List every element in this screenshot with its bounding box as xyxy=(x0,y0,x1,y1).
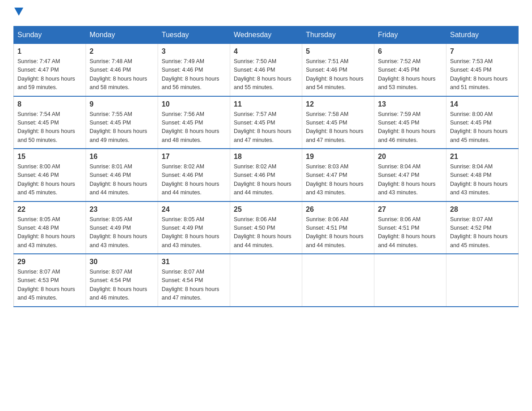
day-cell: 30Sunrise: 8:07 AMSunset: 4:54 PMDayligh… xyxy=(86,254,158,307)
day-cell: 16Sunrise: 8:01 AMSunset: 4:46 PMDayligh… xyxy=(86,149,158,201)
day-info: Sunrise: 8:07 AMSunset: 4:52 PMDaylight:… xyxy=(450,215,515,250)
day-number: 17 xyxy=(162,153,226,161)
calendar-body: 1Sunrise: 7:47 AMSunset: 4:47 PMDaylight… xyxy=(14,44,519,307)
day-info: Sunrise: 7:47 AMSunset: 4:47 PMDaylight:… xyxy=(17,57,82,92)
day-number: 25 xyxy=(234,206,298,214)
day-number: 9 xyxy=(90,100,154,108)
day-cell: 9Sunrise: 7:55 AMSunset: 4:45 PMDaylight… xyxy=(86,96,158,149)
day-cell xyxy=(230,254,302,307)
day-number: 30 xyxy=(90,258,154,266)
day-info: Sunrise: 8:02 AMSunset: 4:46 PMDaylight:… xyxy=(234,163,298,197)
day-number: 4 xyxy=(234,47,298,56)
day-cell xyxy=(374,254,446,307)
day-number: 7 xyxy=(450,47,515,56)
day-number: 21 xyxy=(450,153,515,161)
week-row-3: 15Sunrise: 8:00 AMSunset: 4:46 PMDayligh… xyxy=(14,149,519,201)
day-cell: 2Sunrise: 7:48 AMSunset: 4:46 PMDaylight… xyxy=(86,44,158,96)
day-info: Sunrise: 7:58 AMSunset: 4:45 PMDaylight:… xyxy=(306,110,370,145)
day-number: 11 xyxy=(234,100,298,108)
day-number: 29 xyxy=(17,258,82,266)
day-number: 8 xyxy=(17,100,82,108)
day-cell: 19Sunrise: 8:03 AMSunset: 4:47 PMDayligh… xyxy=(302,149,374,201)
day-cell: 13Sunrise: 7:59 AMSunset: 4:45 PMDayligh… xyxy=(374,96,446,149)
day-number: 23 xyxy=(90,206,154,214)
day-cell: 20Sunrise: 8:04 AMSunset: 4:47 PMDayligh… xyxy=(374,149,446,201)
day-cell: 4Sunrise: 7:50 AMSunset: 4:46 PMDaylight… xyxy=(230,44,302,96)
day-cell: 1Sunrise: 7:47 AMSunset: 4:47 PMDaylight… xyxy=(14,44,86,96)
day-number: 13 xyxy=(378,100,442,108)
weekday-header-tuesday: Tuesday xyxy=(158,26,230,44)
day-cell: 18Sunrise: 8:02 AMSunset: 4:46 PMDayligh… xyxy=(230,149,302,201)
day-cell: 28Sunrise: 8:07 AMSunset: 4:52 PMDayligh… xyxy=(446,201,519,254)
weekday-header-saturday: Saturday xyxy=(446,26,519,44)
day-info: Sunrise: 8:07 AMSunset: 4:54 PMDaylight:… xyxy=(162,268,226,303)
day-info: Sunrise: 7:53 AMSunset: 4:45 PMDaylight:… xyxy=(450,57,515,92)
day-number: 15 xyxy=(17,153,82,161)
weekday-header-wednesday: Wednesday xyxy=(230,26,302,44)
weekday-header-thursday: Thursday xyxy=(302,26,374,44)
day-number: 19 xyxy=(306,153,370,161)
day-info: Sunrise: 7:57 AMSunset: 4:45 PMDaylight:… xyxy=(234,110,298,145)
day-info: Sunrise: 7:56 AMSunset: 4:45 PMDaylight:… xyxy=(162,110,226,145)
day-cell: 25Sunrise: 8:06 AMSunset: 4:50 PMDayligh… xyxy=(230,201,302,254)
day-cell xyxy=(302,254,374,307)
day-number: 6 xyxy=(378,47,442,56)
day-info: Sunrise: 8:06 AMSunset: 4:51 PMDaylight:… xyxy=(378,215,442,250)
day-number: 27 xyxy=(378,206,442,214)
day-cell: 6Sunrise: 7:52 AMSunset: 4:45 PMDaylight… xyxy=(374,44,446,96)
day-number: 10 xyxy=(162,100,226,108)
weekday-header-monday: Monday xyxy=(86,26,158,44)
day-info: Sunrise: 8:03 AMSunset: 4:47 PMDaylight:… xyxy=(306,163,370,197)
day-info: Sunrise: 7:52 AMSunset: 4:45 PMDaylight:… xyxy=(378,57,442,92)
day-cell: 14Sunrise: 8:00 AMSunset: 4:45 PMDayligh… xyxy=(446,96,519,149)
day-info: Sunrise: 8:00 AMSunset: 4:45 PMDaylight:… xyxy=(450,110,515,145)
page-header xyxy=(13,9,519,17)
day-number: 16 xyxy=(90,153,154,161)
day-info: Sunrise: 8:06 AMSunset: 4:51 PMDaylight:… xyxy=(306,215,370,250)
day-cell: 29Sunrise: 8:07 AMSunset: 4:53 PMDayligh… xyxy=(14,254,86,307)
day-info: Sunrise: 8:05 AMSunset: 4:49 PMDaylight:… xyxy=(90,215,154,250)
day-number: 2 xyxy=(90,47,154,56)
day-cell: 27Sunrise: 8:06 AMSunset: 4:51 PMDayligh… xyxy=(374,201,446,254)
weekday-header-friday: Friday xyxy=(374,26,446,44)
logo xyxy=(13,9,23,17)
day-info: Sunrise: 7:48 AMSunset: 4:46 PMDaylight:… xyxy=(90,57,154,92)
day-cell: 11Sunrise: 7:57 AMSunset: 4:45 PMDayligh… xyxy=(230,96,302,149)
week-row-2: 8Sunrise: 7:54 AMSunset: 4:45 PMDaylight… xyxy=(14,96,519,149)
day-number: 18 xyxy=(234,153,298,161)
week-row-5: 29Sunrise: 8:07 AMSunset: 4:53 PMDayligh… xyxy=(14,254,519,307)
day-cell: 12Sunrise: 7:58 AMSunset: 4:45 PMDayligh… xyxy=(302,96,374,149)
day-cell: 24Sunrise: 8:05 AMSunset: 4:49 PMDayligh… xyxy=(158,201,230,254)
day-number: 22 xyxy=(17,206,82,214)
day-number: 14 xyxy=(450,100,515,108)
day-cell: 21Sunrise: 8:04 AMSunset: 4:48 PMDayligh… xyxy=(446,149,519,201)
day-cell: 26Sunrise: 8:06 AMSunset: 4:51 PMDayligh… xyxy=(302,201,374,254)
day-number: 5 xyxy=(306,47,370,56)
day-cell: 17Sunrise: 8:02 AMSunset: 4:46 PMDayligh… xyxy=(158,149,230,201)
day-cell: 31Sunrise: 8:07 AMSunset: 4:54 PMDayligh… xyxy=(158,254,230,307)
day-info: Sunrise: 8:01 AMSunset: 4:46 PMDaylight:… xyxy=(90,163,154,197)
calendar-table: SundayMondayTuesdayWednesdayThursdayFrid… xyxy=(13,26,519,307)
week-row-4: 22Sunrise: 8:05 AMSunset: 4:48 PMDayligh… xyxy=(14,201,519,254)
day-info: Sunrise: 8:04 AMSunset: 4:48 PMDaylight:… xyxy=(450,163,515,197)
day-info: Sunrise: 7:50 AMSunset: 4:46 PMDaylight:… xyxy=(234,57,298,92)
day-number: 31 xyxy=(162,258,226,266)
day-number: 26 xyxy=(306,206,370,214)
day-cell: 3Sunrise: 7:49 AMSunset: 4:46 PMDaylight… xyxy=(158,44,230,96)
day-cell: 10Sunrise: 7:56 AMSunset: 4:45 PMDayligh… xyxy=(158,96,230,149)
day-info: Sunrise: 8:05 AMSunset: 4:48 PMDaylight:… xyxy=(17,215,82,250)
day-cell: 7Sunrise: 7:53 AMSunset: 4:45 PMDaylight… xyxy=(446,44,519,96)
logo-triangle-icon xyxy=(14,8,23,16)
day-info: Sunrise: 8:00 AMSunset: 4:46 PMDaylight:… xyxy=(17,163,82,197)
day-number: 20 xyxy=(378,153,442,161)
day-cell: 15Sunrise: 8:00 AMSunset: 4:46 PMDayligh… xyxy=(14,149,86,201)
day-info: Sunrise: 8:04 AMSunset: 4:47 PMDaylight:… xyxy=(378,163,442,197)
day-number: 3 xyxy=(162,47,226,56)
day-info: Sunrise: 8:06 AMSunset: 4:50 PMDaylight:… xyxy=(234,215,298,250)
day-number: 12 xyxy=(306,100,370,108)
day-number: 1 xyxy=(17,47,82,56)
week-row-1: 1Sunrise: 7:47 AMSunset: 4:47 PMDaylight… xyxy=(14,44,519,96)
day-info: Sunrise: 7:49 AMSunset: 4:46 PMDaylight:… xyxy=(162,57,226,92)
day-info: Sunrise: 7:59 AMSunset: 4:45 PMDaylight:… xyxy=(378,110,442,145)
calendar-header: SundayMondayTuesdayWednesdayThursdayFrid… xyxy=(14,26,519,44)
